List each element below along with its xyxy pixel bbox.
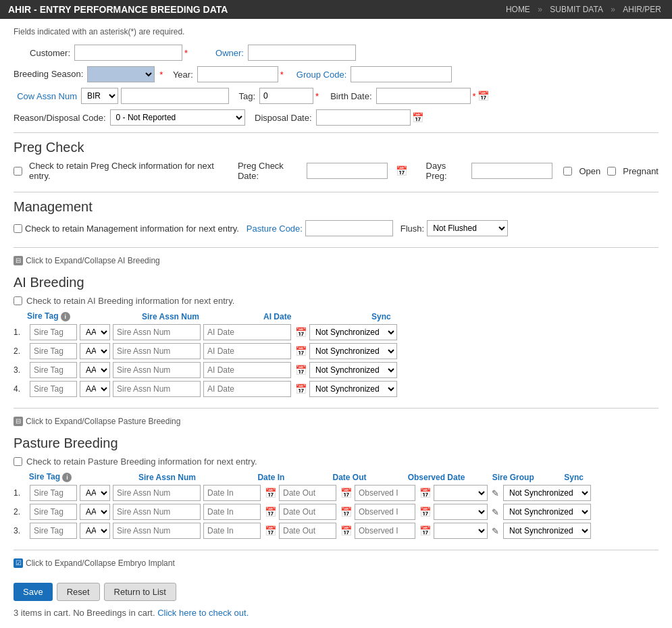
cow-assn-select[interactable]: BIR	[81, 88, 118, 104]
ai-row1-assn-select[interactable]: AAA	[80, 324, 110, 340]
preg-check-calendar-icon[interactable]: 📅	[396, 165, 407, 176]
nav-submit-data[interactable]: SUBMIT DATA	[550, 5, 603, 14]
ai-row2-calendar-icon[interactable]: 📅	[295, 346, 307, 357]
ai-row4-ai-date[interactable]	[203, 381, 291, 397]
p-row3-dateout-calendar-icon[interactable]: 📅	[340, 525, 352, 536]
return-button[interactable]: Return to List	[104, 583, 176, 601]
ai-row4-sire-assn[interactable]	[113, 381, 201, 397]
birth-date-calendar-icon[interactable]: 📅	[477, 90, 489, 101]
p-row1-sire-group[interactable]	[434, 485, 488, 501]
birth-date-input[interactable]	[376, 88, 471, 104]
ai-row2-assn-select[interactable]: AAA	[80, 343, 110, 359]
days-preg-input[interactable]	[471, 163, 552, 179]
ai-row4-sync[interactable]: Not Synchronized Synchronized	[309, 381, 397, 397]
p-row1-sire-assn[interactable]	[113, 485, 201, 501]
p-row3-sire-assn[interactable]	[113, 523, 201, 539]
ai-row2-ai-date[interactable]	[203, 343, 291, 359]
p-row2-obs-calendar-icon[interactable]: 📅	[419, 506, 431, 517]
save-button[interactable]: Save	[14, 583, 53, 601]
reset-button[interactable]: Reset	[57, 583, 100, 601]
pasture-sire-tag-info-icon[interactable]: i	[62, 473, 72, 482]
p-row1-obs-calendar-icon[interactable]: 📅	[419, 488, 431, 498]
ai-row1-sire-tag[interactable]	[30, 324, 77, 340]
p-row3-sire-tag[interactable]	[30, 523, 77, 539]
management-section: Management Check to retain Management in…	[14, 199, 658, 236]
breeding-season-select[interactable]	[87, 66, 155, 82]
p-row1-dateout-calendar-icon[interactable]: 📅	[340, 488, 352, 498]
ai-row3-sync[interactable]: Not Synchronized Synchronized	[309, 362, 397, 378]
preg-check-date-input[interactable]	[307, 163, 388, 179]
p-row3-sire-group[interactable]	[434, 523, 488, 539]
p-row2-date-out[interactable]	[279, 504, 336, 520]
p-row3-date-in[interactable]	[203, 523, 261, 539]
p-row2-sire-group[interactable]	[434, 504, 488, 520]
nav-ahir-per[interactable]: AHIR/PER	[623, 5, 661, 14]
ai-row3-ai-date[interactable]	[203, 362, 291, 378]
p-row1-assn-select[interactable]: AAA	[80, 485, 110, 501]
p-row3-sync[interactable]: Not Synchronized Synchronized	[503, 523, 591, 539]
p-row3-edit-icon[interactable]: ✎	[492, 526, 499, 536]
ai-row3-assn-select[interactable]: AAA	[80, 362, 110, 378]
pasture-breeding-expand[interactable]: ⊟ Click to Expand/Collapse Pasture Breed…	[14, 417, 180, 426]
ai-row4-assn-select[interactable]: AAA	[80, 381, 110, 397]
p-row3-date-out[interactable]	[279, 523, 336, 539]
pasture-code-input[interactable]	[305, 220, 393, 236]
ai-row1-ai-date[interactable]	[203, 324, 291, 340]
p-row2-obs-date[interactable]	[355, 504, 415, 520]
p-row1-sire-tag[interactable]	[30, 485, 77, 501]
sire-tag-info-icon[interactable]: i	[61, 312, 70, 321]
p-row2-sire-assn[interactable]	[113, 504, 201, 520]
pasture-retain-checkbox[interactable]	[14, 457, 22, 466]
p-row1-sync[interactable]: Not Synchronized Synchronized	[503, 485, 591, 501]
ai-row1-sync[interactable]: Not Synchronized Synchronized	[309, 324, 397, 340]
reason-disposal-select[interactable]: 0 - Not Reported	[110, 109, 245, 126]
pasture-col-sire-assn: Sire Assn Num	[138, 473, 196, 482]
p-row2-dateout-calendar-icon[interactable]: 📅	[340, 506, 352, 517]
ai-expand-icon: ⊟	[14, 256, 23, 265]
p-row2-date-in[interactable]	[203, 504, 261, 520]
cow-assn-label[interactable]: Cow Assn Num	[14, 91, 81, 101]
ai-row1-calendar-icon[interactable]: 📅	[295, 327, 307, 338]
cow-assn-input[interactable]	[121, 88, 229, 104]
open-checkbox[interactable]	[563, 167, 572, 176]
ai-retain-checkbox[interactable]	[14, 296, 22, 305]
management-retain-checkbox[interactable]	[14, 224, 22, 233]
p-row1-date-out[interactable]	[279, 485, 336, 501]
ai-row1-sire-assn[interactable]	[113, 324, 201, 340]
ai-row3-sire-assn[interactable]	[113, 362, 201, 378]
p-row2-assn-select[interactable]: AAA	[80, 504, 110, 520]
ai-row3-calendar-icon[interactable]: 📅	[295, 365, 307, 375]
group-code-input[interactable]	[351, 66, 452, 82]
ai-row2-sire-assn[interactable]	[113, 343, 201, 359]
p-row3-obs-date[interactable]	[355, 523, 415, 539]
ai-row3-sire-tag[interactable]	[30, 362, 77, 378]
p-row2-sync[interactable]: Not Synchronized Synchronized	[503, 504, 591, 520]
preg-check-retain-checkbox[interactable]	[14, 167, 22, 176]
cart-checkout-link[interactable]: Click here to check out.	[157, 608, 249, 618]
disposal-date-calendar-icon[interactable]: 📅	[412, 112, 423, 123]
year-input[interactable]	[197, 66, 278, 82]
ai-row2-sync[interactable]: Not Synchronized Synchronized	[309, 343, 397, 359]
p-row2-datein-calendar-icon[interactable]: 📅	[265, 506, 276, 517]
p-row1-edit-icon[interactable]: ✎	[492, 488, 499, 498]
p-row3-assn-select[interactable]: AAA	[80, 523, 110, 539]
p-row2-sire-tag[interactable]	[30, 504, 77, 520]
p-row3-datein-calendar-icon[interactable]: 📅	[265, 525, 276, 536]
p-row1-datein-calendar-icon[interactable]: 📅	[265, 488, 276, 498]
ai-row4-sire-tag[interactable]	[30, 381, 77, 397]
customer-input[interactable]	[74, 45, 182, 61]
disposal-date-input[interactable]	[316, 109, 411, 126]
pregnant-checkbox[interactable]	[607, 167, 616, 176]
owner-input[interactable]	[248, 45, 356, 61]
ai-row2-sire-tag[interactable]	[30, 343, 77, 359]
ai-row4-calendar-icon[interactable]: 📅	[295, 384, 307, 394]
p-row1-date-in[interactable]	[203, 485, 261, 501]
embryo-expand[interactable]: ☑ Click to Expand/Collapse Embryo Implan…	[14, 558, 175, 568]
ai-breeding-expand[interactable]: ⊟ Click to Expand/Collapse AI Breeding	[14, 256, 160, 265]
flush-select[interactable]: Not Flushed Flushed	[427, 220, 508, 236]
p-row1-obs-date[interactable]	[355, 485, 415, 501]
nav-home[interactable]: HOME	[506, 5, 530, 14]
p-row2-edit-icon[interactable]: ✎	[492, 507, 499, 517]
p-row3-obs-calendar-icon[interactable]: 📅	[419, 525, 431, 536]
tag-input[interactable]	[259, 88, 313, 104]
